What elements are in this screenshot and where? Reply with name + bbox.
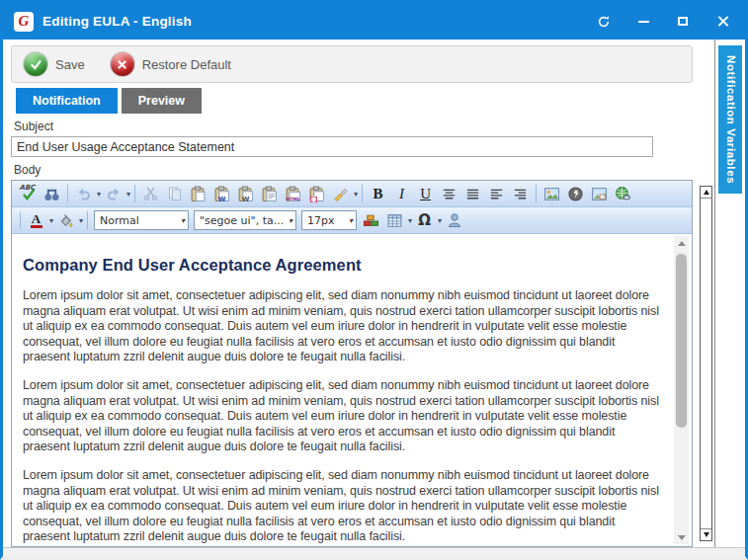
background-color-dropdown-icon[interactable]: [79, 216, 83, 225]
undo-button[interactable]: [72, 183, 95, 204]
scrollbar-thumb[interactable]: [676, 254, 687, 428]
align-left-button[interactable]: [485, 183, 508, 204]
scroll-up-icon: [678, 241, 686, 246]
table-dropdown-icon[interactable]: [408, 216, 412, 225]
hyperlink-button[interactable]: [612, 183, 634, 204]
copy-icon: [167, 186, 183, 201]
maximize-icon: [678, 17, 688, 26]
tab-preview[interactable]: Preview: [122, 88, 202, 114]
window-bottom-edge: [3, 547, 745, 556]
paragraph-style-value: Normal: [100, 214, 139, 227]
align-right-button[interactable]: [509, 183, 532, 204]
paste-plain-text-button[interactable]: [258, 183, 281, 204]
paint-bucket-icon: [57, 212, 74, 229]
toolbar-separator: [362, 185, 363, 202]
spellcheck-button[interactable]: ABC: [17, 183, 40, 204]
restore-x-icon: [111, 52, 134, 76]
font-color-button[interactable]: A: [25, 209, 47, 231]
insert-table-button[interactable]: [383, 209, 406, 231]
editor-scrollbar[interactable]: [674, 236, 689, 544]
paste-from-word-button[interactable]: W: [210, 183, 233, 204]
editor-toolbar-row2: A Normal: [12, 207, 692, 234]
special-character-dropdown-icon[interactable]: [438, 216, 442, 225]
omega-icon: Ω: [418, 211, 431, 229]
content-paragraph: Lorem ipsum dolor sit amet, consectetuer…: [23, 378, 662, 455]
undo-icon: [76, 186, 92, 201]
bold-button[interactable]: B: [367, 183, 389, 204]
minimize-button[interactable]: [630, 10, 656, 34]
font-size-value: 17px: [307, 214, 335, 227]
font-name-select[interactable]: "segoe ui", ta...: [194, 210, 296, 230]
form-scroll-up-button[interactable]: [701, 187, 711, 199]
bold-icon: B: [374, 186, 383, 202]
content-heading: Company End User Acceptance Agreement: [23, 256, 662, 275]
form-scrollbar[interactable]: [700, 186, 712, 541]
paste-special-button[interactable]: [305, 183, 328, 204]
format-painter-button[interactable]: [329, 183, 352, 204]
special-character-button[interactable]: Ω: [413, 209, 436, 231]
align-right-icon: [513, 187, 528, 201]
spellcheck-icon: ABC: [20, 185, 38, 202]
action-toolbar: Save Restore Default: [11, 45, 693, 83]
media-person-icon: [447, 212, 462, 228]
restore-default-button[interactable]: Restore Default: [111, 52, 231, 76]
redo-icon: [106, 186, 122, 201]
editor-content-area[interactable]: Company End User Acceptance Agreement Lo…: [12, 234, 692, 546]
scroll-up-button[interactable]: [674, 236, 689, 250]
insert-image-button[interactable]: [540, 183, 563, 204]
font-color-icon: A: [31, 212, 42, 228]
flash-icon: [567, 186, 584, 202]
refresh-button[interactable]: [591, 10, 617, 34]
dropdown-arrow-icon: [181, 216, 185, 225]
form-scroll-down-button[interactable]: [701, 528, 711, 540]
app-icon: G: [14, 12, 34, 32]
background-color-button[interactable]: [54, 209, 77, 231]
paste-button[interactable]: [187, 183, 209, 204]
tab-notification[interactable]: Notification: [16, 88, 118, 114]
cut-button[interactable]: [139, 183, 162, 204]
justify-button[interactable]: [461, 183, 484, 204]
undo-dropdown-icon[interactable]: [97, 190, 101, 199]
image-map-button[interactable]: [588, 183, 611, 204]
font-size-select[interactable]: 17px: [301, 210, 357, 230]
tab-bar: Notification Preview: [11, 88, 693, 114]
save-check-icon: [24, 52, 47, 76]
body-label: Body: [11, 163, 693, 177]
save-button[interactable]: Save: [24, 52, 85, 76]
form-scrollbar-track[interactable]: [701, 199, 711, 528]
paragraph-style-select[interactable]: Normal: [94, 210, 189, 230]
scrollbar-track[interactable]: [674, 250, 689, 530]
paste-html-button[interactable]: HTML: [282, 183, 304, 204]
scroll-up-icon: [704, 190, 709, 195]
insert-media-button[interactable]: [443, 209, 465, 231]
image-map-icon: [591, 186, 608, 202]
redo-button[interactable]: [102, 183, 125, 204]
dropdown-arrow-icon: [349, 216, 353, 225]
toolbar-separator: [134, 185, 135, 202]
copy-button[interactable]: [163, 183, 186, 204]
notification-variables-panel: Notification Variables: [714, 40, 745, 547]
paste-from-word-nostyle-button[interactable]: W: [234, 183, 257, 204]
underline-icon: U: [420, 186, 431, 202]
hyperlink-globe-icon: [615, 186, 631, 202]
dialog-window: G Editing EULA - English Save: [0, 0, 748, 560]
subject-input[interactable]: [11, 136, 653, 157]
subject-label: Subject: [11, 120, 693, 133]
insert-flash-button[interactable]: [564, 183, 587, 204]
font-color-dropdown-icon[interactable]: [49, 216, 53, 225]
align-center-button[interactable]: [438, 183, 460, 204]
italic-button[interactable]: I: [390, 183, 413, 204]
dialog-body: Save Restore Default Notification Previe…: [3, 40, 745, 547]
scroll-down-button[interactable]: [674, 530, 689, 544]
format-painter-dropdown-icon[interactable]: [354, 190, 358, 199]
binoculars-icon: [43, 186, 60, 202]
close-button[interactable]: [709, 10, 735, 34]
scroll-down-icon: [704, 532, 709, 537]
insert-snippet-button[interactable]: [360, 209, 382, 231]
tab-notification-variables[interactable]: Notification Variables: [718, 45, 742, 194]
maximize-button[interactable]: [670, 10, 696, 34]
format-painter-icon: [333, 186, 349, 201]
redo-dropdown-icon[interactable]: [126, 190, 130, 199]
find-button[interactable]: [41, 183, 63, 204]
underline-button[interactable]: U: [414, 183, 437, 204]
